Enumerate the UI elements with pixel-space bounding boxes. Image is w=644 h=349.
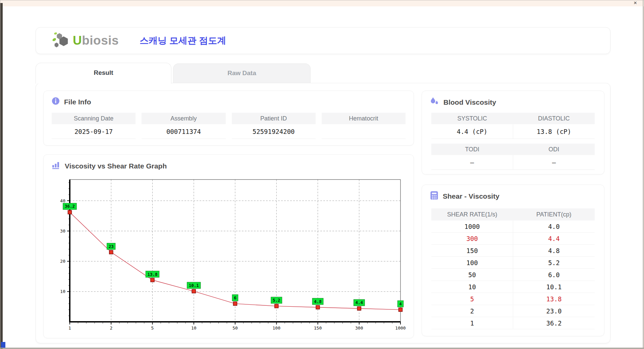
- svg-text:13.8: 13.8: [147, 272, 157, 277]
- svg-text:5.2: 5.2: [273, 298, 280, 303]
- svg-text:1: 1: [68, 326, 71, 331]
- shear-viscosity-header-cell: SHEAR RATE(1/s): [431, 208, 513, 220]
- svg-text:300: 300: [355, 326, 363, 331]
- blood-viscosity-title: Blood Viscosity: [443, 98, 496, 106]
- svg-text:2: 2: [110, 326, 112, 331]
- viscosity-chart: 102030401251050100150300100036.22313.810…: [54, 176, 407, 335]
- blood-viscosity-header-row: TODIODI: [431, 144, 595, 155]
- file-info-field-label: Scanning Date: [52, 113, 136, 124]
- shear-rate-cell: 1000: [431, 220, 513, 232]
- page-title: 스캐닝 모세관 점도계: [140, 35, 226, 47]
- patient-viscosity-cell: 4.4: [513, 233, 595, 244]
- viscosity-graph-panel: Viscosity vs Shear Rate Graph 1020304012…: [43, 154, 414, 338]
- svg-text:5: 5: [151, 326, 154, 331]
- shear-rate-cell: 100: [431, 257, 513, 268]
- svg-text:4.4: 4.4: [356, 300, 363, 305]
- svg-text:4: 4: [399, 301, 402, 306]
- app-window: × Ubiosis 스캐닝 모세관 점도계 Result Raw Data: [0, 0, 644, 349]
- tab-raw-data[interactable]: Raw Data: [173, 63, 311, 83]
- shear-viscosity-row: 50 6.0: [431, 269, 595, 281]
- blood-viscosity-header-cell: ODI: [513, 144, 595, 155]
- svg-text:10: 10: [191, 326, 197, 331]
- shear-viscosity-row: 1000 4.0: [431, 220, 595, 233]
- shear-viscosity-row: 150 4.8: [431, 245, 595, 257]
- blood-viscosity-header-cell: SYSTOLIC: [431, 113, 513, 124]
- svg-text:50: 50: [232, 326, 238, 331]
- svg-text:36.2: 36.2: [65, 204, 75, 209]
- header-card: Ubiosis 스캐닝 모세관 점도계: [36, 27, 610, 54]
- shear-rate-cell: 2: [431, 305, 513, 317]
- blood-viscosity-header-cell: TODI: [431, 144, 513, 155]
- result-panel: File Info Scanning Date 2025-09-17 Assem…: [36, 83, 610, 343]
- app-logo: Ubiosis: [51, 31, 119, 50]
- svg-text:1000: 1000: [395, 326, 406, 331]
- file-info-field-label: Assembly: [142, 113, 225, 124]
- blood-viscosity-panel: Blood Viscosity SYSTOLICDIASTOLIC 4.4 (c…: [422, 91, 604, 174]
- shear-viscosity-row: 5 13.8: [431, 293, 595, 305]
- svg-text:6: 6: [234, 295, 236, 300]
- svg-text:23: 23: [109, 244, 114, 249]
- blood-viscosity-table: SYSTOLICDIASTOLIC 4.4 (cP)13.8 (cP) TODI…: [431, 113, 595, 170]
- close-icon[interactable]: ×: [634, 0, 637, 6]
- file-info-field-value: 000711374: [142, 124, 225, 139]
- file-info-field: Assembly 000711374: [142, 113, 225, 139]
- file-info-title: File Info: [64, 98, 91, 106]
- shear-viscosity-panel: Shear - Viscosity SHEAR RATE(1/s)PATIENT…: [422, 185, 604, 336]
- water-drops-icon: [430, 97, 439, 107]
- blood-viscosity-header-row: SYSTOLICDIASTOLIC: [431, 113, 595, 124]
- file-info-field-value: [322, 124, 406, 139]
- logo-wordmark: Ubiosis: [73, 34, 119, 48]
- shear-viscosity-row: 300 4.4: [431, 233, 595, 245]
- file-info-fields: Scanning Date 2025-09-17 Assembly 000711…: [52, 113, 406, 139]
- svg-text:10: 10: [60, 289, 65, 294]
- file-info-field: Hematocrit: [322, 113, 406, 139]
- shear-rate-cell: 50: [431, 269, 513, 281]
- file-info-field: Scanning Date 2025-09-17: [52, 113, 136, 139]
- file-info-field-value: 2025-09-17: [52, 124, 136, 139]
- bar-chart-icon: [52, 161, 60, 171]
- shear-viscosity-table: SHEAR RATE(1/s)PATIENT(cp) 1000 4.0 300 …: [431, 208, 595, 329]
- blood-viscosity-value-row: 4.4 (cP)13.8 (cP): [431, 124, 595, 139]
- svg-text:4.8: 4.8: [314, 299, 322, 304]
- shear-viscosity-row: 100 5.2: [431, 257, 595, 269]
- shear-viscosity-row: 2 23.0: [431, 305, 595, 317]
- patient-viscosity-cell: 5.2: [513, 257, 595, 268]
- patient-viscosity-cell: 10.1: [513, 281, 595, 293]
- blood-viscosity-header-cell: DIASTOLIC: [513, 113, 595, 124]
- patient-viscosity-cell: 4.0: [513, 220, 595, 232]
- window-bottom-edge: [0, 348, 644, 349]
- svg-text:40: 40: [60, 198, 65, 203]
- calculator-icon: [430, 191, 438, 202]
- window-right-edge: [643, 0, 644, 349]
- blood-viscosity-value-row: ––: [431, 155, 595, 170]
- logo-u: U: [73, 34, 82, 47]
- svg-text:20: 20: [60, 259, 65, 264]
- shear-viscosity-row: 1 36.2: [431, 317, 595, 329]
- shear-viscosity-header-cell: PATIENT(cp): [513, 208, 595, 220]
- blood-viscosity-group: SYSTOLICDIASTOLIC 4.4 (cP)13.8 (cP): [431, 113, 595, 139]
- patient-viscosity-cell: 13.8: [513, 293, 595, 305]
- file-info-panel: File Info Scanning Date 2025-09-17 Assem…: [43, 91, 414, 146]
- viscosity-graph-title: Viscosity vs Shear Rate Graph: [65, 162, 167, 170]
- file-info-field-label: Patient ID: [232, 113, 316, 124]
- shear-rate-cell: 1: [431, 317, 513, 329]
- window-left-edge: [0, 3, 3, 349]
- patient-viscosity-cell: 4.8: [513, 245, 595, 256]
- file-info-field: Patient ID 52591924200: [232, 113, 316, 139]
- patient-viscosity-cell: 23.0: [513, 305, 595, 317]
- shear-rate-cell: 150: [431, 245, 513, 256]
- file-info-field-label: Hematocrit: [322, 113, 406, 124]
- blood-viscosity-value-cell: –: [431, 155, 513, 170]
- shear-viscosity-header-row: SHEAR RATE(1/s)PATIENT(cp): [431, 208, 595, 220]
- patient-viscosity-cell: 36.2: [513, 317, 595, 329]
- tab-result[interactable]: Result: [36, 63, 171, 84]
- svg-text:100: 100: [273, 326, 280, 331]
- file-info-field-value: 52591924200: [232, 124, 316, 139]
- ubiosis-pebbles-logo-icon: [51, 31, 71, 50]
- shear-rate-cell: 300: [431, 233, 513, 244]
- info-circle-icon: [52, 97, 60, 107]
- shear-rate-cell: 10: [431, 281, 513, 293]
- svg-text:30: 30: [60, 229, 65, 234]
- svg-text:150: 150: [314, 326, 322, 331]
- patient-viscosity-cell: 6.0: [513, 269, 595, 281]
